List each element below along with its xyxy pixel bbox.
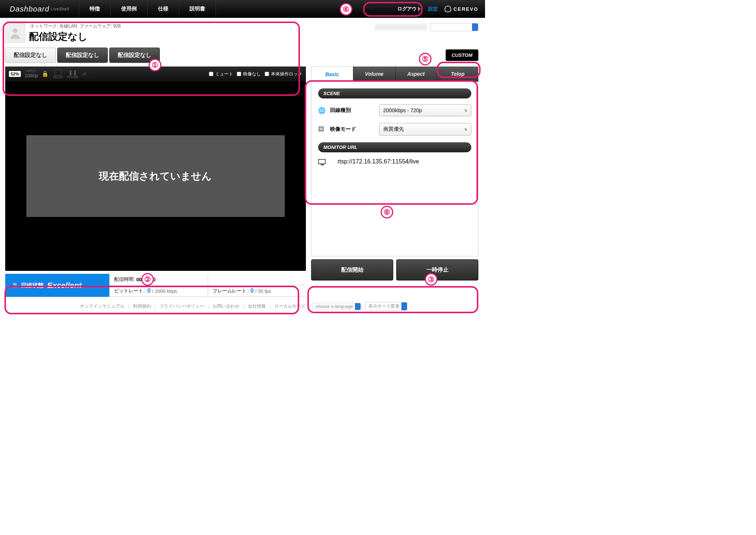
brand-logo[interactable]: Dashboard LiveShell: [0, 0, 79, 18]
annotation-5: ⑤: [419, 53, 432, 65]
cerevo-text: CEREVO: [453, 6, 478, 12]
nav-features[interactable]: 特徴: [79, 0, 111, 18]
annotation-ring-3: [307, 286, 478, 313]
account-name-blur: [375, 24, 427, 30]
annotation-6b: ⑥: [381, 206, 393, 218]
account-dropdown[interactable]: [430, 23, 478, 31]
preview-area: 現在配信されていません: [5, 81, 306, 271]
custom-button[interactable]: CUSTOM: [446, 49, 478, 61]
settings-link[interactable]: 設定: [428, 6, 438, 12]
annotation-ring-5: [437, 62, 481, 78]
nav-usecases[interactable]: 使用例: [111, 0, 148, 18]
annotation-1: ①: [149, 59, 161, 71]
stream-time: 配信時間: 00:00:00: [109, 274, 208, 285]
annotation-ring-6b: [305, 80, 478, 205]
pause-stream-button[interactable]: 一時停止: [396, 259, 478, 281]
annotation-3: ③: [425, 273, 437, 286]
preview-message: 現在配信されていません: [26, 135, 285, 217]
annotation-ring-6: [363, 2, 423, 17]
cerevo-logo[interactable]: CEREVO: [445, 6, 478, 12]
start-stream-button[interactable]: 配信開始: [311, 259, 393, 281]
annotation-6: ⑥: [340, 3, 352, 16]
tab-aspect[interactable]: Aspect: [395, 67, 437, 82]
nav-specs[interactable]: 仕様: [148, 0, 179, 18]
brand-text: Dashboard: [10, 5, 49, 13]
nav-manual[interactable]: 説明書: [179, 0, 216, 18]
tab-volume[interactable]: Volume: [353, 67, 395, 82]
brand-subtext: LiveShell: [51, 7, 70, 11]
annotation-2: ②: [141, 273, 154, 286]
tab-basic[interactable]: Basic: [311, 67, 353, 82]
annotation-ring-1: [3, 22, 300, 96]
cerevo-icon: [445, 6, 451, 12]
annotation-ring-2: [4, 286, 299, 314]
